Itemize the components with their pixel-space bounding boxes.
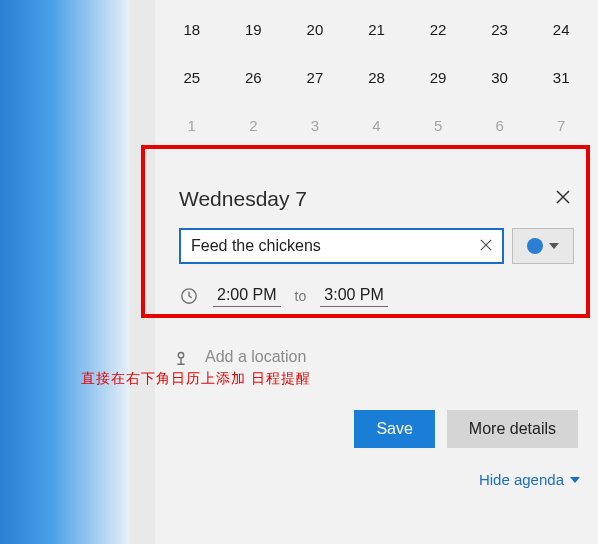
calendar-grid: 18 19 20 21 22 23 24 25 26 27 28 29 30 3… (155, 0, 598, 150)
location-icon (171, 347, 191, 367)
event-name-input[interactable] (191, 237, 476, 255)
calendar-panel: 18 19 20 21 22 23 24 25 26 27 28 29 30 3… (155, 0, 598, 544)
hide-agenda-label: Hide agenda (479, 471, 564, 488)
calendar-day[interactable]: 20 (284, 6, 346, 54)
calendar-day[interactable]: 31 (530, 54, 592, 102)
start-time-field[interactable]: 2:00 PM (213, 284, 281, 307)
calendar-day[interactable]: 19 (223, 6, 285, 54)
calendar-day[interactable]: 24 (530, 6, 592, 54)
calendar-day[interactable]: 27 (284, 54, 346, 102)
end-time-field[interactable]: 3:00 PM (320, 284, 388, 307)
calendar-day[interactable]: 23 (469, 6, 531, 54)
hide-agenda-link[interactable]: Hide agenda (479, 471, 580, 488)
calendar-day[interactable]: 18 (161, 6, 223, 54)
close-icon[interactable] (552, 186, 574, 212)
calendar-day[interactable]: 22 (407, 6, 469, 54)
calendar-day[interactable]: 21 (346, 6, 408, 54)
event-color-picker[interactable] (512, 228, 574, 264)
color-dot-icon (527, 238, 543, 254)
save-button[interactable]: Save (354, 410, 434, 448)
more-details-button[interactable]: More details (447, 410, 578, 448)
chevron-down-icon (549, 243, 559, 249)
calendar-day[interactable]: 4 (346, 102, 408, 150)
calendar-day[interactable]: 28 (346, 54, 408, 102)
calendar-day[interactable]: 26 (223, 54, 285, 102)
calendar-day[interactable]: 5 (407, 102, 469, 150)
calendar-day[interactable]: 6 (469, 102, 531, 150)
calendar-day[interactable]: 1 (161, 102, 223, 150)
chevron-down-icon (570, 477, 580, 483)
calendar-day[interactable]: 30 (469, 54, 531, 102)
sidebar-gradient (0, 0, 130, 544)
annotation-text: 直接在右下角日历上添加 日程提醒 (81, 370, 311, 388)
svg-point-1 (178, 353, 183, 358)
clear-input-icon[interactable] (476, 238, 496, 254)
location-input[interactable]: Add a location (205, 348, 306, 366)
event-day-title: Wednesday 7 (179, 187, 307, 211)
calendar-day[interactable]: 3 (284, 102, 346, 150)
event-name-field-wrap (179, 228, 504, 264)
event-quick-add-card: Wednesday 7 2:00 PM to 3:00 PM (163, 168, 590, 321)
clock-icon (179, 286, 199, 306)
calendar-day[interactable]: 25 (161, 54, 223, 102)
calendar-day[interactable]: 29 (407, 54, 469, 102)
time-to-label: to (295, 288, 307, 304)
calendar-day[interactable]: 2 (223, 102, 285, 150)
calendar-day[interactable]: 7 (530, 102, 592, 150)
